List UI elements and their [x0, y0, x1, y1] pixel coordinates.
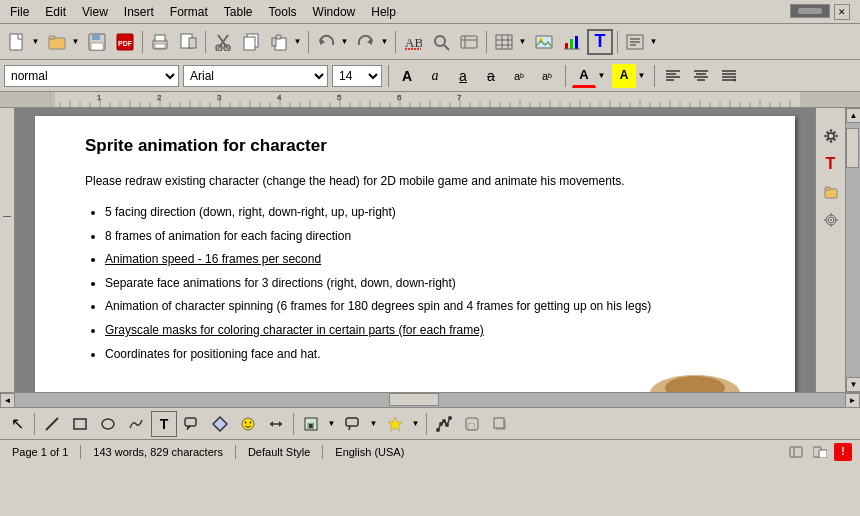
save-button[interactable] — [84, 29, 110, 55]
insert-image-button[interactable] — [531, 29, 557, 55]
menu-insert[interactable]: Insert — [116, 3, 162, 21]
sidebar-gear-button[interactable] — [819, 124, 843, 148]
arrow-tool-button[interactable] — [263, 411, 289, 437]
hscroll-left-button[interactable]: ◄ — [0, 393, 15, 408]
svg-text:7: 7 — [457, 93, 462, 102]
paste-btn-group: ▼ — [266, 29, 304, 55]
paste-button[interactable] — [266, 29, 292, 55]
points-button[interactable] — [431, 411, 457, 437]
status-div2 — [235, 445, 236, 459]
callout2-dropdown[interactable]: ▼ — [368, 411, 380, 437]
more-format-button[interactable] — [717, 64, 741, 88]
sep4 — [395, 31, 396, 53]
font-size-select[interactable]: 14 — [332, 65, 382, 87]
star-dropdown[interactable]: ▼ — [410, 411, 422, 437]
svg-point-181 — [439, 422, 443, 426]
new-button[interactable] — [4, 29, 30, 55]
scroll-thumb[interactable] — [846, 128, 859, 168]
sidebar-text-button[interactable]: T — [819, 152, 843, 176]
status-btn2[interactable] — [810, 443, 830, 461]
shadow-button[interactable] — [487, 411, 513, 437]
scroll-up-button[interactable]: ▲ — [846, 108, 860, 123]
paste-dropdown[interactable]: ▼ — [292, 29, 304, 55]
cut-button[interactable] — [210, 29, 236, 55]
paragraph-style-select[interactable]: normal — [4, 65, 179, 87]
insert-table-button[interactable] — [491, 29, 517, 55]
diamond-tool-button[interactable] — [207, 411, 233, 437]
menu-view[interactable]: View — [74, 3, 116, 21]
hscroll-thumb[interactable] — [389, 393, 439, 406]
close-btn[interactable]: ✕ — [834, 4, 850, 20]
sidebar-target-button[interactable] — [819, 208, 843, 232]
sidebar-folder-button[interactable] — [819, 180, 843, 204]
open-dropdown[interactable]: ▼ — [70, 29, 82, 55]
font-select[interactable]: Arial — [183, 65, 328, 87]
highlight-dropdown[interactable]: ▼ — [636, 63, 648, 89]
line-tool-button[interactable] — [39, 411, 65, 437]
fontwork-button[interactable]: T — [587, 29, 613, 55]
star-button[interactable] — [382, 411, 408, 437]
menu-edit[interactable]: Edit — [37, 3, 74, 21]
svg-marker-168 — [213, 417, 227, 431]
redo-button[interactable] — [353, 29, 379, 55]
callout-tool-button[interactable] — [179, 411, 205, 437]
document-intro: Please redraw existing character (change… — [85, 172, 745, 190]
menu-tools[interactable]: Tools — [261, 3, 305, 21]
changes-dropdown[interactable]: ▼ — [648, 29, 660, 55]
fill-button[interactable]: ▢ — [459, 411, 485, 437]
hscroll-right-button[interactable]: ► — [845, 393, 860, 408]
freehand-tool-button[interactable] — [123, 411, 149, 437]
align-left-button[interactable] — [661, 64, 685, 88]
menu-table[interactable]: Table — [216, 3, 261, 21]
character-image-area — [85, 373, 745, 392]
font-color-button[interactable]: A — [572, 64, 596, 88]
ellipse-tool-button[interactable] — [95, 411, 121, 437]
spellcheck-button[interactable]: ABC — [400, 29, 426, 55]
font-color-dropdown[interactable]: ▼ — [596, 63, 608, 89]
find-button[interactable] — [428, 29, 454, 55]
smiley-tool-button[interactable] — [235, 411, 261, 437]
menu-window[interactable]: Window — [305, 3, 364, 21]
italic-button[interactable]: a — [423, 64, 447, 88]
document-title: Sprite animation for character — [85, 136, 745, 156]
draw-sep1 — [34, 413, 35, 435]
underline-button[interactable]: a — [451, 64, 475, 88]
status-btn3[interactable]: ! — [834, 443, 852, 461]
align-center-button[interactable] — [689, 64, 713, 88]
pdf-button[interactable]: PDF — [112, 29, 138, 55]
select-tool-button[interactable]: ↖ — [4, 411, 30, 437]
rectangle-tool-button[interactable] — [67, 411, 93, 437]
copy-button[interactable] — [238, 29, 264, 55]
callout2-button[interactable] — [340, 411, 366, 437]
status-btn1[interactable] — [786, 443, 806, 461]
undo-dropdown[interactable]: ▼ — [339, 29, 351, 55]
flowchart-dropdown[interactable]: ▼ — [326, 411, 338, 437]
scroll-down-button[interactable]: ▼ — [846, 377, 860, 392]
show-changes-button[interactable] — [622, 29, 648, 55]
svg-rect-1 — [49, 38, 65, 49]
superscript-button[interactable]: ab — [507, 64, 531, 88]
redo-dropdown[interactable]: ▼ — [379, 29, 391, 55]
changes-btn-group: ▼ — [622, 29, 660, 55]
flowchart-btn-group[interactable]: ▣ — [298, 411, 324, 437]
preview-button[interactable] — [175, 29, 201, 55]
insert-chart-button[interactable] — [559, 29, 585, 55]
bold-button[interactable]: A — [395, 64, 419, 88]
document-area: Sprite animation for character Please re… — [15, 108, 815, 392]
menu-help[interactable]: Help — [363, 3, 404, 21]
svg-rect-142 — [0, 92, 55, 108]
strikethrough-button[interactable]: a — [479, 64, 503, 88]
word-count: 143 words, 829 characters — [89, 445, 227, 459]
table-dropdown[interactable]: ▼ — [517, 29, 529, 55]
open-button[interactable] — [44, 29, 70, 55]
text-tool-button[interactable]: T — [151, 411, 177, 437]
subscript-button[interactable]: ab — [535, 64, 559, 88]
undo-button[interactable] — [313, 29, 339, 55]
svg-rect-9 — [155, 35, 165, 41]
menu-file[interactable]: File — [2, 3, 37, 21]
menu-format[interactable]: Format — [162, 3, 216, 21]
highlight-button[interactable]: A — [612, 64, 636, 88]
print-button[interactable] — [147, 29, 173, 55]
new-dropdown[interactable]: ▼ — [30, 29, 42, 55]
navigator-button[interactable] — [456, 29, 482, 55]
